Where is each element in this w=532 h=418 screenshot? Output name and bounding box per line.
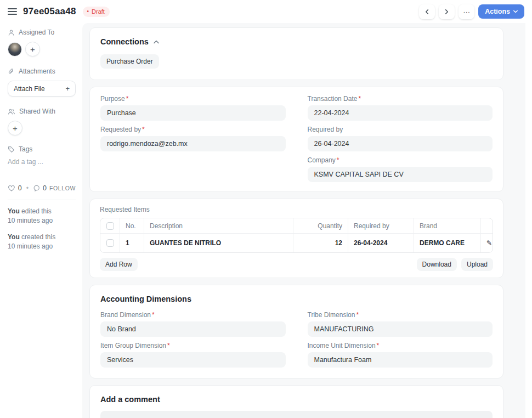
next-document-button[interactable]: [439, 4, 455, 19]
attachments-label: Attachments: [19, 67, 55, 75]
person-icon: [8, 29, 15, 36]
divider: [8, 200, 76, 200]
item-group-dimension-input[interactable]: Services: [100, 352, 286, 368]
required-marker: *: [126, 95, 129, 103]
heart-icon[interactable]: [8, 184, 15, 192]
follow-button[interactable]: FOLLOW: [49, 185, 76, 191]
col-quantity: Quantity: [293, 218, 348, 233]
label-text: Requested by: [100, 126, 141, 133]
header-actions: ··· Actions: [419, 4, 524, 19]
users-icon: [8, 108, 15, 115]
col-description: Description: [144, 218, 293, 233]
label-text: Tribe Dimension: [308, 311, 355, 319]
add-assignee-button[interactable]: +: [25, 42, 40, 57]
details-form: Purpose* Purchase Requested by* rodrigo.…: [100, 95, 493, 187]
row-checkbox-cell: [100, 234, 120, 252]
assigned-to-label: Assigned To: [19, 29, 54, 36]
required-by-label: Required by: [308, 126, 493, 133]
requested-by-input[interactable]: rodrigo.mendoza@zeb.mx: [100, 136, 286, 151]
attach-file-label: Attach File: [14, 85, 45, 93]
shared-with-section: Shared With: [8, 108, 76, 115]
activity-time: 10 minutes ago: [8, 242, 53, 250]
comment-title: Add a comment: [100, 395, 493, 404]
reactions-row: 0 • 0 FOLLOW: [8, 184, 76, 192]
connection-purchase-order[interactable]: Purchase Order: [100, 54, 159, 69]
activity-action: created this: [20, 233, 55, 241]
row-edit-button[interactable]: ✎ Edit: [481, 234, 493, 252]
purpose-label: Purpose*: [100, 95, 286, 103]
label-text: Brand Dimension: [100, 311, 151, 319]
row-description[interactable]: GUANTES DE NITRILO: [144, 234, 293, 252]
brand-dimension-input[interactable]: No Brand: [100, 321, 286, 337]
purpose-input[interactable]: Purchase: [100, 105, 286, 121]
requested-items-label: Requested Items: [100, 206, 493, 213]
select-all-checkbox[interactable]: [106, 222, 114, 230]
row-brand[interactable]: DERMO CARE: [414, 234, 481, 252]
form-left-column: Purpose* Purchase Requested by* rodrigo.…: [100, 95, 286, 187]
assigned-to-avatars: +: [8, 42, 76, 57]
document-title: 97ee05aa48: [23, 6, 76, 17]
acct-left-column: Brand Dimension* No Brand Item Group Dim…: [100, 311, 286, 372]
company-field: Company* KSMV CAPITAL SAPI DE CV: [308, 156, 493, 182]
assigned-to-section: Assigned To: [8, 29, 76, 36]
add-row-button[interactable]: Add Row: [100, 258, 138, 271]
status-badge: • Draft: [83, 7, 110, 17]
assignee-avatar[interactable]: [8, 42, 22, 57]
row-quantity[interactable]: 12: [293, 234, 348, 252]
connections-card: Connections Purchase Order: [89, 27, 503, 80]
add-share-button[interactable]: +: [8, 121, 22, 135]
prev-document-button[interactable]: [419, 4, 435, 19]
required-marker: *: [152, 311, 155, 319]
label-text: Company: [308, 156, 336, 164]
row-required-by[interactable]: 26-04-2024: [348, 234, 414, 252]
income-unit-dimension-label: Income Unit Dimension*: [308, 342, 493, 349]
row-no: 1: [120, 234, 144, 252]
add-tag-input[interactable]: Add a tag ...: [8, 158, 76, 166]
actions-button[interactable]: Actions: [478, 4, 524, 19]
activity-actor: You: [8, 233, 20, 241]
connections-title: Connections: [100, 37, 149, 46]
required-marker: *: [167, 342, 170, 349]
form-right-column: Transaction Date* 22-04-2024 Required by…: [308, 95, 493, 187]
connections-header[interactable]: Connections: [100, 37, 493, 46]
ellipsis-icon: ···: [463, 8, 470, 16]
company-input[interactable]: KSMV CAPITAL SAPI DE CV: [308, 167, 493, 182]
menu-icon[interactable]: [8, 8, 17, 15]
label-text: Required by: [308, 126, 343, 133]
accounting-dimensions-title: Accounting Dimensions: [100, 295, 493, 303]
transaction-date-field: Transaction Date* 22-04-2024: [308, 95, 493, 121]
attach-file-button[interactable]: Attach File +: [8, 81, 76, 97]
comments-count: 0: [43, 184, 47, 192]
required-by-input[interactable]: 26-04-2024: [308, 136, 493, 151]
table-row[interactable]: 1 GUANTES DE NITRILO 12 26-04-2024 DERMO…: [100, 233, 493, 252]
tribe-dimension-input[interactable]: MANUFACTURING: [308, 321, 493, 337]
col-actions: [481, 218, 493, 233]
tags-label: Tags: [19, 145, 32, 153]
download-button[interactable]: Download: [417, 258, 457, 271]
required-marker: *: [142, 126, 145, 133]
comment-bubble-icon[interactable]: [33, 184, 40, 192]
income-unit-dimension-input[interactable]: Manufactura Foam: [308, 352, 493, 368]
upload-button[interactable]: Upload: [461, 258, 493, 271]
label-text: Item Group Dimension: [100, 342, 166, 349]
sidebar: Assigned To + Attachments Attach File + …: [0, 23, 82, 418]
tribe-dimension-label: Tribe Dimension*: [308, 311, 493, 319]
more-options-button[interactable]: ···: [459, 4, 474, 19]
items-table: No. Description Quantity Required by Bra…: [100, 218, 493, 253]
label-text: Purpose: [100, 95, 125, 103]
row-checkbox[interactable]: [106, 239, 114, 247]
chevron-left-icon: [425, 9, 429, 14]
shared-with-label: Shared With: [19, 108, 55, 115]
page-header: 97ee05aa48 • Draft ··· Actions: [0, 0, 532, 23]
tribe-dimension-field: Tribe Dimension* MANUFACTURING: [308, 311, 493, 337]
required-marker: *: [358, 95, 361, 103]
required-marker: *: [377, 342, 380, 349]
items-table-body: 1 GUANTES DE NITRILO 12 26-04-2024 DERMO…: [100, 233, 493, 252]
activity-edited: You edited this 10 minutes ago: [8, 207, 76, 226]
accounting-dimensions-card: Accounting Dimensions Brand Dimension* N…: [89, 285, 503, 379]
transaction-date-input[interactable]: 22-04-2024: [308, 105, 493, 121]
label-text: Income Unit Dimension: [308, 342, 376, 349]
items-table-footer: Add Row Download Upload: [100, 258, 493, 271]
status-dot-icon: •: [87, 9, 89, 14]
comment-input[interactable]: [100, 411, 493, 418]
